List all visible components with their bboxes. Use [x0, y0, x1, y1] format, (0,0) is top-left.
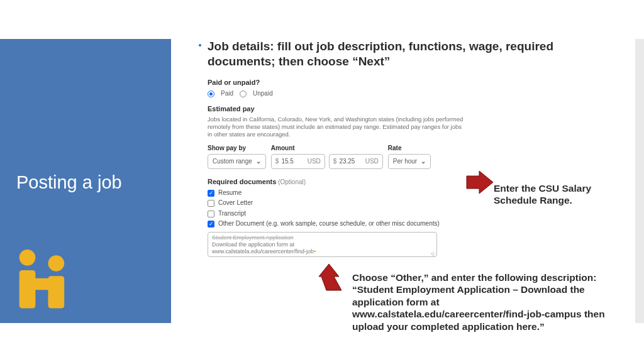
- other-document-checkbox-label: Other Document (e.g. work sample, course…: [218, 220, 440, 228]
- unpaid-radio[interactable]: [240, 90, 247, 97]
- amount-low-input[interactable]: $ 15.5 USD: [271, 154, 325, 169]
- resume-checkbox[interactable]: ✓: [208, 190, 214, 197]
- estimated-pay-label: Estimated pay: [208, 105, 465, 114]
- handshake-logo-icon: [10, 243, 79, 312]
- amount-label: Amount: [271, 145, 383, 153]
- annotation-other-description: Choose “Other,” and enter the following …: [352, 272, 611, 332]
- currency-code: USD: [308, 158, 321, 166]
- svg-rect-2: [19, 270, 36, 309]
- chevron-down-icon: ⌄: [256, 158, 261, 166]
- instruction-bullet: Job details: fill out job description, f…: [208, 39, 590, 69]
- svg-marker-5: [467, 171, 493, 194]
- svg-marker-6: [319, 264, 341, 290]
- arrow-to-textarea-icon: [316, 263, 348, 294]
- chevron-down-icon: ⌄: [421, 158, 426, 166]
- amount-high-value: 23.25: [339, 158, 355, 166]
- currency-code: USD: [365, 158, 379, 166]
- currency-symbol: $: [333, 158, 337, 166]
- amount-high-input[interactable]: $ 23.25 USD: [329, 154, 383, 169]
- resume-checkbox-label: Resume: [218, 189, 242, 197]
- rate-select[interactable]: Per hour ⌄: [388, 154, 431, 169]
- job-form-screenshot: Paid or unpaid? Paid Unpaid Estimated pa…: [208, 79, 465, 264]
- paid-unpaid-label: Paid or unpaid?: [208, 79, 465, 87]
- rate-label: Rate: [388, 145, 431, 153]
- currency-symbol: $: [275, 158, 279, 166]
- page-title: Posting a job: [16, 172, 157, 194]
- svg-rect-4: [33, 278, 52, 290]
- required-documents-optional: (Optional): [278, 178, 306, 185]
- show-pay-by-value: Custom range: [213, 158, 252, 166]
- sidebar: Posting a job: [0, 39, 171, 323]
- other-document-description-input[interactable]: Student Employment Application Download …: [208, 232, 437, 257]
- show-pay-by-select[interactable]: Custom range ⌄: [208, 154, 266, 169]
- svg-point-0: [19, 250, 36, 266]
- transcript-checkbox-label: Transcript: [218, 210, 246, 218]
- estimated-pay-help: Jobs located in California, Colorado, Ne…: [208, 116, 465, 138]
- paid-radio-label: Paid: [221, 90, 233, 98]
- svg-point-1: [48, 255, 65, 272]
- bullet-dot-icon: [199, 44, 201, 47]
- unpaid-radio-label: Unpaid: [253, 90, 273, 98]
- required-documents-label: Required documents: [208, 178, 276, 185]
- cover-letter-checkbox-label: Cover Letter: [218, 199, 253, 207]
- instruction-text: Job details: fill out job description, f…: [208, 40, 553, 68]
- rate-value: Per hour: [393, 158, 417, 166]
- cover-letter-checkbox[interactable]: [208, 200, 214, 207]
- textarea-line-1: Student Employment Application: [212, 234, 433, 241]
- textarea-line-3: www.calstatela.edu/careercenter/find-job: [212, 248, 314, 255]
- annotation-salary-range: Enter the CSU Salary Schedule Range.: [494, 182, 604, 207]
- transcript-checkbox[interactable]: [208, 211, 214, 217]
- arrow-to-rate-icon: [464, 170, 496, 201]
- other-document-checkbox[interactable]: ✓: [208, 221, 214, 228]
- slide-edge-decoration: [635, 39, 644, 323]
- resize-handle-icon[interactable]: [430, 250, 435, 255]
- paid-radio[interactable]: [208, 90, 214, 97]
- show-pay-by-label: Show pay by: [208, 145, 266, 153]
- textarea-line-2: Download the application form at: [212, 241, 433, 248]
- amount-low-value: 15.5: [281, 158, 293, 166]
